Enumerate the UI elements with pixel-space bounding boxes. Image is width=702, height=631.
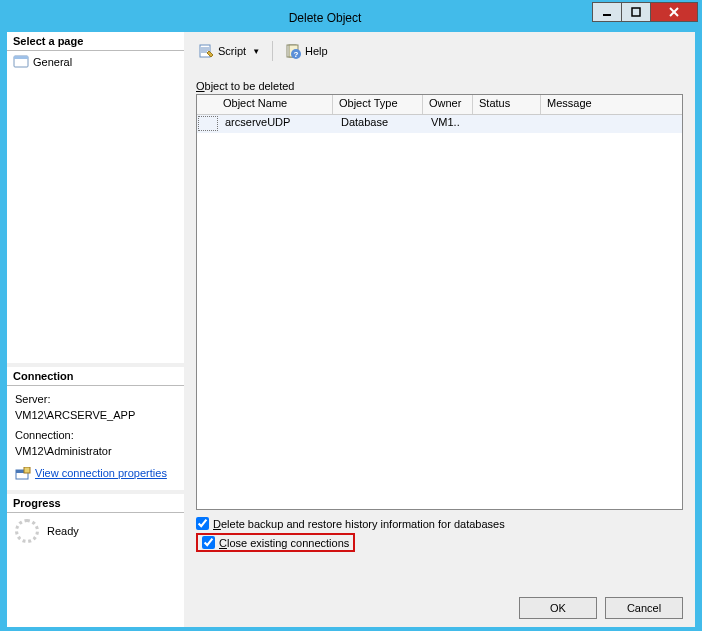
col-owner[interactable]: Owner bbox=[423, 95, 473, 114]
delete-history-checkbox[interactable] bbox=[196, 517, 209, 530]
close-button[interactable] bbox=[650, 2, 698, 22]
help-button[interactable]: ? Help bbox=[281, 41, 332, 61]
page-icon bbox=[13, 55, 29, 68]
connection-props-icon bbox=[15, 467, 31, 481]
help-icon: ? bbox=[285, 43, 301, 59]
progress-section: Progress Ready bbox=[7, 494, 184, 627]
select-page-section: Select a page General bbox=[7, 32, 184, 363]
close-connections-highlight: Close existing connections bbox=[196, 533, 355, 552]
ok-button[interactable]: OK bbox=[519, 597, 597, 619]
object-list-label: Object to be deleted bbox=[196, 80, 683, 92]
connection-label: Connection: bbox=[15, 428, 176, 444]
close-connections-label: Close existing connections bbox=[219, 537, 349, 549]
maximize-button[interactable] bbox=[621, 2, 651, 22]
toolbar: Script ▼ ? Help bbox=[184, 32, 695, 68]
close-connections-checkbox-row[interactable]: Close existing connections bbox=[202, 535, 349, 550]
left-panel: Select a page General Connection Server:… bbox=[7, 32, 184, 627]
script-label: Script bbox=[218, 45, 246, 57]
cell-owner: VM1.. bbox=[425, 115, 475, 133]
minimize-button[interactable] bbox=[592, 2, 622, 22]
grid-header: Object Name Object Type Owner Status Mes… bbox=[197, 95, 682, 115]
cell-object-type: Database bbox=[335, 115, 425, 133]
svg-rect-5 bbox=[14, 56, 28, 59]
row-indicator-icon bbox=[198, 116, 218, 131]
svg-rect-8 bbox=[24, 467, 30, 473]
delete-history-checkbox-row[interactable]: Delete backup and restore history inform… bbox=[196, 516, 683, 531]
cell-object-name: arcserveUDP bbox=[219, 115, 335, 133]
col-object-type[interactable]: Object Type bbox=[333, 95, 423, 114]
server-value: VM12\ARCSERVE_APP bbox=[15, 408, 176, 424]
col-status[interactable]: Status bbox=[473, 95, 541, 114]
progress-status: Ready bbox=[47, 525, 79, 537]
table-row[interactable]: arcserveUDP Database VM1.. bbox=[197, 115, 682, 133]
maximize-icon bbox=[631, 7, 641, 17]
connection-value: VM12\Administrator bbox=[15, 444, 176, 460]
delete-history-label: Delete backup and restore history inform… bbox=[213, 518, 505, 530]
help-label: Help bbox=[305, 45, 328, 57]
cell-message bbox=[543, 115, 682, 133]
connection-header: Connection bbox=[7, 367, 184, 386]
titlebar[interactable]: Delete Object bbox=[4, 4, 698, 32]
window-body: Select a page General Connection Server:… bbox=[7, 32, 695, 627]
progress-spinner-icon bbox=[15, 519, 39, 543]
right-panel: Script ▼ ? Help Object to be deleted Obj… bbox=[184, 32, 695, 627]
chevron-down-icon: ▼ bbox=[252, 47, 260, 56]
toolbar-separator bbox=[272, 41, 273, 61]
close-connections-checkbox[interactable] bbox=[202, 536, 215, 549]
cancel-button[interactable]: Cancel bbox=[605, 597, 683, 619]
main-content: Object to be deleted Object Name Object … bbox=[184, 68, 695, 585]
delete-object-window: Delete Object Select a page bbox=[4, 4, 698, 627]
window-controls bbox=[593, 2, 698, 22]
view-connection-properties-link[interactable]: View connection properties bbox=[35, 466, 167, 482]
script-icon bbox=[198, 43, 214, 59]
minimize-icon bbox=[602, 7, 612, 17]
select-page-header: Select a page bbox=[7, 32, 184, 51]
progress-header: Progress bbox=[7, 494, 184, 513]
page-general-label: General bbox=[33, 56, 72, 68]
options-area: Delete backup and restore history inform… bbox=[196, 516, 683, 552]
svg-rect-1 bbox=[632, 8, 640, 16]
object-grid[interactable]: Object Name Object Type Owner Status Mes… bbox=[196, 94, 683, 510]
cell-status bbox=[475, 115, 543, 133]
col-object-name[interactable]: Object Name bbox=[217, 95, 333, 114]
close-icon bbox=[668, 6, 680, 18]
server-label: Server: bbox=[15, 392, 176, 408]
col-message[interactable]: Message bbox=[541, 95, 682, 114]
script-button[interactable]: Script ▼ bbox=[194, 41, 264, 61]
page-general[interactable]: General bbox=[13, 55, 178, 68]
connection-section: Connection Server: VM12\ARCSERVE_APP Con… bbox=[7, 367, 184, 490]
svg-text:?: ? bbox=[294, 50, 299, 59]
button-bar: OK Cancel bbox=[184, 585, 695, 619]
